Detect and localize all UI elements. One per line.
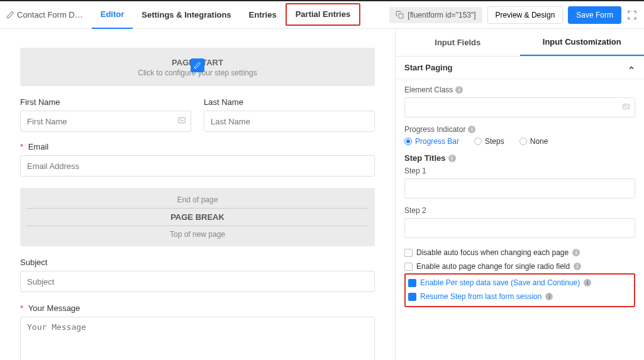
radio-progress-bar[interactable]: Progress Bar [404, 137, 459, 146]
check-auto-page-change[interactable]: Enable auto page change for single radio… [404, 259, 635, 273]
tab-input-customization[interactable]: Input Customization [520, 29, 645, 56]
message-textarea[interactable] [20, 317, 375, 360]
card-icon [177, 116, 186, 127]
tab-partial-entries[interactable]: Partial Entries [286, 3, 360, 26]
info-icon[interactable]: i [455, 86, 463, 94]
check-resume-step[interactable]: ✓Resume Step from last form sessioni [408, 290, 631, 303]
highlighted-options: ✓Enable Per step data save (Save and Con… [404, 273, 635, 307]
step2-label: Step 2 [404, 206, 635, 215]
form-title[interactable]: Contact Form D… [6, 10, 83, 19]
element-class-label: Element Classi [404, 85, 635, 94]
preview-button[interactable]: Preview & Design [487, 6, 564, 24]
subject-input[interactable] [20, 271, 375, 292]
step2-input[interactable] [404, 218, 635, 238]
tab-editor[interactable]: Editor [92, 1, 133, 29]
main-tabs: Editor Settings & Integrations Entries P… [92, 1, 360, 29]
tab-input-fields[interactable]: Input Fields [396, 29, 520, 56]
subject-label: Subject [20, 258, 375, 267]
check-disable-autofocus[interactable]: Disable auto focus when changing each pa… [404, 246, 635, 259]
step1-label: Step 1 [404, 166, 635, 175]
tab-entries[interactable]: Entries [240, 1, 286, 29]
first-name-label: First Name [20, 97, 191, 107]
page-start-block[interactable]: PAGE START Click to configure your step … [20, 48, 375, 86]
info-icon[interactable]: i [448, 155, 456, 162]
section-title: Start Paging [404, 63, 453, 72]
fullscreen-icon[interactable] [626, 9, 638, 21]
copy-icon [396, 11, 404, 19]
right-panel: Input Fields Input Customization Start P… [395, 29, 644, 360]
pencil-icon [6, 11, 14, 19]
email-input[interactable] [20, 155, 375, 177]
svg-rect-0 [399, 14, 403, 18]
info-icon[interactable]: i [584, 279, 591, 286]
form-title-text: Contact Form D… [17, 10, 83, 19]
tab-settings[interactable]: Settings & Integrations [133, 1, 240, 29]
edit-icon[interactable] [191, 58, 204, 72]
chevron-up-icon [628, 64, 635, 72]
step-titles-heading: Step Titlesi [404, 153, 635, 163]
page-break-title: PAGE BREAK [26, 212, 369, 222]
progress-indicator-label: Progress Indicatori [404, 125, 635, 134]
info-icon[interactable]: i [468, 126, 475, 133]
card-icon [622, 102, 630, 112]
first-name-input[interactable] [20, 111, 191, 132]
section-start-paging[interactable]: Start Paging [396, 57, 644, 79]
info-icon[interactable]: i [572, 249, 580, 256]
last-name-input[interactable] [204, 111, 375, 132]
radio-steps[interactable]: Steps [474, 137, 504, 146]
page-break-block[interactable]: End of page PAGE BREAK Top of new page [20, 188, 375, 246]
info-icon[interactable]: i [545, 293, 553, 300]
form-builder-canvas: PAGE START Click to configure your step … [0, 29, 395, 360]
radio-none[interactable]: None [519, 137, 548, 146]
step1-input[interactable] [404, 178, 635, 199]
end-of-page-label: End of page [26, 195, 369, 204]
last-name-label: Last Name [204, 97, 375, 107]
top-of-new-page-label: Top of new page [26, 230, 369, 239]
check-per-step-save[interactable]: ✓Enable Per step data save (Save and Con… [408, 276, 631, 290]
shortcode-text: [fluentform id="153"] [408, 11, 475, 19]
email-label: * Email [20, 142, 375, 151]
shortcode-copy[interactable]: [fluentform id="153"] [389, 7, 482, 23]
save-button[interactable]: Save Form [568, 6, 621, 24]
message-label: * Your Message [20, 303, 375, 313]
element-class-input[interactable] [404, 97, 635, 117]
info-icon[interactable]: i [574, 263, 581, 270]
